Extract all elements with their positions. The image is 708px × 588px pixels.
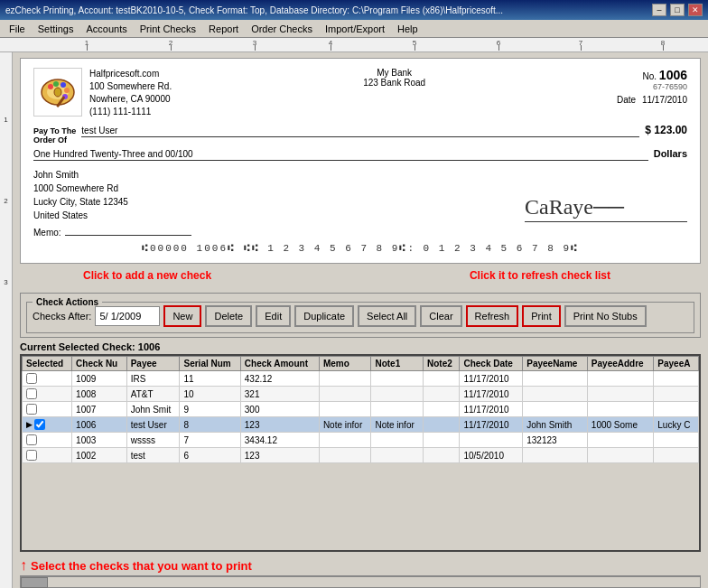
row-checkbox[interactable] xyxy=(26,373,37,384)
table-row: ▶1006test User8123Note inforNote infor11… xyxy=(23,417,699,433)
memo-row: Memo: xyxy=(33,228,687,238)
table-cell xyxy=(371,402,424,417)
print-no-stubs-button[interactable]: Print No Stubs xyxy=(564,305,647,327)
selected-check-bar: Current Selected Check: 1006 xyxy=(20,341,701,352)
row-checkbox[interactable] xyxy=(26,404,37,415)
menu-settings[interactable]: Settings xyxy=(33,23,79,35)
close-button[interactable]: ✕ xyxy=(688,4,703,16)
new-button[interactable]: New xyxy=(163,305,201,327)
select-all-button[interactable]: Select All xyxy=(358,305,416,327)
table-cell: 11/17/2010 xyxy=(460,387,523,402)
table-cell: Note infor xyxy=(371,417,424,433)
print-button[interactable]: Print xyxy=(522,305,561,327)
table-cell xyxy=(523,402,588,417)
table-cell: test User xyxy=(126,417,180,433)
table-cell xyxy=(424,448,460,463)
table-cell: 10 xyxy=(180,387,240,402)
memo-line xyxy=(65,235,191,236)
table-body: 1009IRS11432.1211/17/20101008AT&T1032111… xyxy=(23,371,699,463)
table-row: 1003wssss73434.12132123 xyxy=(23,433,699,448)
table-cell xyxy=(654,402,699,417)
table-cell: AT&T xyxy=(126,387,180,402)
row-checkbox[interactable] xyxy=(26,434,37,445)
routing-number: 67-76590 xyxy=(617,82,687,91)
row-checkbox[interactable] xyxy=(26,450,37,461)
checkbox-cell xyxy=(23,387,72,402)
payee-addr1: 1000 Somewhere Rd xyxy=(33,182,128,195)
menu-help[interactable]: Help xyxy=(392,23,424,35)
col-amount: Check Amount xyxy=(240,357,319,371)
table-cell xyxy=(587,387,653,402)
date-label: Date xyxy=(617,95,636,105)
row-checkbox[interactable] xyxy=(26,388,37,399)
checks-after-label: Checks After: xyxy=(33,311,91,322)
check-actions-legend: Check Actions xyxy=(33,297,102,307)
table-cell xyxy=(319,433,371,448)
payee-addr3: United States xyxy=(33,209,128,222)
table-cell: 1007 xyxy=(72,402,127,417)
arrow-left-icon: ↑ xyxy=(20,557,27,574)
bank-address: 123 Bank Road xyxy=(363,78,425,88)
table-cell xyxy=(587,402,653,417)
duplicate-button[interactable]: Duplicate xyxy=(294,305,354,327)
table-cell xyxy=(460,433,523,448)
company-block: Halfpricesoft.com 100 Somewhere Rd. Nowh… xyxy=(33,68,172,118)
table-cell: 123 xyxy=(240,417,319,433)
table-cell: 1006 xyxy=(72,417,127,433)
checkbox-cell: ▶ xyxy=(23,417,72,433)
table-row: 1002test612310/5/2010 xyxy=(23,448,699,463)
table-cell xyxy=(587,448,653,463)
table-cell: 1000 Some xyxy=(587,417,653,433)
left-ruler: 1 2 3 xyxy=(0,52,13,588)
selected-check-label: Current Selected Check: 1006 xyxy=(20,341,160,352)
annotation-new-check: Click to add a new check xyxy=(83,269,211,282)
menu-file[interactable]: File xyxy=(4,23,31,35)
col-memo: Memo xyxy=(319,357,371,371)
mid-row: John Smith 1000 Somewhere Rd Lucky City,… xyxy=(33,168,687,222)
table-row: 1007John Smit930011/17/2010 xyxy=(23,402,699,417)
svg-point-4 xyxy=(61,82,66,88)
col-note1: Note1 xyxy=(371,357,424,371)
table-cell xyxy=(319,448,371,463)
table-cell xyxy=(523,387,588,402)
clear-button[interactable]: Clear xyxy=(420,305,461,327)
check-table-container[interactable]: Selected Check Nu Payee Serial Num Check… xyxy=(20,354,701,552)
col-payee-name: PayeeName xyxy=(523,357,588,371)
minimize-button[interactable]: – xyxy=(652,4,666,16)
signature: CaRaye── xyxy=(525,195,624,219)
menu-import-export[interactable]: Import/Export xyxy=(320,23,390,35)
menu-report[interactable]: Report xyxy=(203,23,244,35)
col-payee-a: PayeeA xyxy=(654,357,699,371)
col-check-num: Check Nu xyxy=(72,357,127,371)
table-cell: 123 xyxy=(240,448,319,463)
menu-print-checks[interactable]: Print Checks xyxy=(135,23,201,35)
signature-area: CaRaye── xyxy=(525,168,687,222)
content: Halfpricesoft.com 100 Somewhere Rd. Nowh… xyxy=(13,52,708,588)
maximize-button[interactable]: □ xyxy=(670,4,685,16)
table-cell xyxy=(424,417,460,433)
date-input[interactable] xyxy=(95,306,160,326)
menu-accounts[interactable]: Accounts xyxy=(80,23,132,35)
table-cell xyxy=(371,387,424,402)
table-cell xyxy=(424,433,460,448)
edit-button[interactable]: Edit xyxy=(256,305,291,327)
memo-label: Memo: xyxy=(33,228,61,238)
checkbox-cell xyxy=(23,433,72,448)
delete-button[interactable]: Delete xyxy=(205,305,252,327)
payee-name: test User xyxy=(81,126,639,137)
menu-order-checks[interactable]: Order Checks xyxy=(246,23,318,35)
table-cell: 11 xyxy=(180,371,240,387)
check-no-value: 1006 xyxy=(659,68,687,82)
horizontal-scrollbar[interactable] xyxy=(20,575,701,588)
payee-addr2: Lucky City, State 12345 xyxy=(33,195,128,209)
row-checkbox[interactable] xyxy=(34,419,45,430)
table-cell: test xyxy=(126,448,180,463)
svg-point-7 xyxy=(54,88,61,97)
check-amount: $ 123.00 xyxy=(645,124,687,136)
table-cell xyxy=(587,433,653,448)
table-cell xyxy=(371,371,424,387)
table-cell xyxy=(371,433,424,448)
refresh-button[interactable]: Refresh xyxy=(466,305,519,327)
table-cell: Note infor xyxy=(319,417,371,433)
table-cell xyxy=(371,448,424,463)
